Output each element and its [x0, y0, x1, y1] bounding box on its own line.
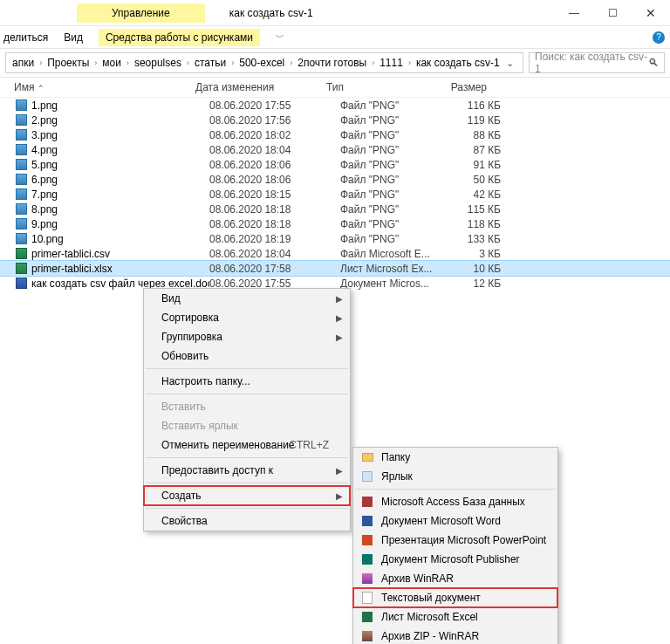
ctx-create-access[interactable]: Microsoft Access База данных — [353, 492, 557, 511]
file-icon — [14, 188, 28, 202]
file-icon — [14, 158, 28, 172]
col-date[interactable]: Дата изменения — [195, 81, 326, 93]
file-name: 2.png — [31, 114, 209, 127]
maximize-button[interactable]: ☐ — [593, 0, 632, 26]
chevron-right-icon: › — [229, 58, 236, 67]
file-size: 91 КБ — [443, 159, 501, 171]
crumb[interactable]: Проекты — [44, 57, 92, 69]
file-size: 115 КБ — [443, 203, 501, 216]
ctx-create-rar[interactable]: Архив WinRAR — [353, 569, 557, 588]
context-submenu-create: ПапкуЯрлыкMicrosoft Access База данныхДо… — [352, 447, 558, 644]
col-name[interactable]: Имя⌃ — [14, 81, 195, 93]
address-row: апки›Проекты›мои›seopulses›статьи›500-ex… — [0, 49, 670, 77]
chevron-right-icon: › — [92, 58, 99, 67]
file-row[interactable]: primer-tablici.xlsx08.06.2020 17:58Лист … — [0, 261, 670, 276]
ctx-sort[interactable]: Сортировка▶ — [144, 308, 350, 327]
ctx-create-txt[interactable]: Текстовый документ — [353, 588, 557, 607]
file-name: 5.png — [31, 159, 209, 171]
ctx-create-ppt[interactable]: Презентация Microsoft PowerPoint — [353, 531, 557, 550]
file-row[interactable]: 4.png08.06.2020 18:04Файл "PNG"87 КБ — [0, 142, 670, 157]
file-row[interactable]: 2.png08.06.2020 17:56Файл "PNG"119 КБ — [0, 113, 670, 127]
file-name: 6.png — [31, 174, 209, 186]
crumb[interactable]: как создать csv-1 — [414, 57, 502, 69]
file-size: 133 КБ — [443, 233, 501, 245]
crumb[interactable]: 2почти готовы — [295, 57, 369, 69]
ctx-create-xls[interactable]: Лист Microsoft Excel — [353, 607, 557, 627]
file-row[interactable]: 3.png08.06.2020 18:02Файл "PNG"88 КБ — [0, 127, 670, 142]
ctx-create-pub[interactable]: Документ Microsoft Publisher — [353, 550, 557, 569]
menu-separator — [146, 483, 348, 483]
help-icon[interactable]: ? — [653, 31, 665, 44]
search-input[interactable]: Поиск: как создать csv-1 🔍︎ — [529, 52, 665, 73]
crumb[interactable]: seopulses — [132, 57, 184, 69]
file-row[interactable]: 10.png08.06.2020 18:19Файл "PNG"133 КБ — [0, 231, 670, 246]
submenu-label: Архив ZIP - WinRAR — [381, 630, 479, 642]
chevron-right-icon: ▶ — [336, 294, 343, 304]
folder-icon — [360, 450, 374, 464]
file-row[interactable]: primer-tablici.csv08.06.2020 18:04Файл M… — [0, 246, 670, 261]
crumb[interactable]: 500-excel — [236, 57, 287, 69]
ctx-refresh[interactable]: Обновить — [144, 346, 350, 366]
tab-view[interactable]: Вид — [64, 31, 83, 44]
file-size: 12 КБ — [443, 277, 501, 290]
file-icon — [14, 232, 28, 246]
col-size[interactable]: Размер — [429, 81, 487, 93]
file-row[interactable]: 8.png08.06.2020 18:18Файл "PNG"115 КБ — [0, 202, 670, 216]
dropdown-icon[interactable]: ⌄ — [502, 58, 517, 69]
file-type: Файл "PNG" — [340, 129, 443, 141]
chevron-right-icon: › — [124, 58, 132, 67]
breadcrumb[interactable]: апки›Проекты›мои›seopulses›статьи›500-ex… — [5, 52, 523, 73]
file-date: 08.06.2020 17:58 — [209, 263, 340, 275]
file-row[interactable]: 7.png08.06.2020 18:15Файл "PNG"42 КБ — [0, 187, 670, 202]
file-row[interactable]: 6.png08.06.2020 18:06Файл "PNG"50 КБ — [0, 172, 670, 187]
file-name: 4.png — [31, 144, 209, 156]
txt-icon — [360, 591, 374, 605]
file-name: 8.png — [31, 203, 209, 216]
file-date: 08.06.2020 18:06 — [209, 174, 340, 186]
ctx-create[interactable]: Создать▶ — [144, 486, 350, 505]
ctx-undo-rename[interactable]: Отменить переименованиеCTRL+Z — [144, 435, 350, 455]
ctx-create-zip[interactable]: Архив ZIP - WinRAR — [353, 627, 557, 644]
file-row[interactable]: 9.png08.06.2020 18:18Файл "PNG"118 КБ — [0, 216, 670, 231]
ctx-customize-folder[interactable]: Настроить папку... — [144, 372, 350, 391]
crumb[interactable]: апки — [10, 57, 37, 69]
tab-picture-tools[interactable]: Средства работы с рисунками — [99, 29, 260, 46]
ctx-properties[interactable]: Свойства — [144, 511, 350, 531]
file-type: Файл "PNG" — [340, 188, 443, 201]
close-button[interactable]: ✕ — [632, 0, 670, 26]
file-date: 08.06.2020 18:04 — [209, 144, 340, 156]
ribbon-expand-icon[interactable]: ﹀ — [276, 31, 284, 44]
file-row[interactable]: 1.png08.06.2020 17:55Файл "PNG"116 КБ — [0, 98, 670, 113]
file-size: 42 КБ — [443, 188, 501, 201]
submenu-label: Ярлык — [381, 470, 413, 483]
menu-separator — [355, 489, 556, 490]
ctx-create-word[interactable]: Документ Microsoft Word — [353, 511, 557, 531]
ppt-icon — [360, 533, 374, 547]
minimize-button[interactable]: — — [555, 0, 593, 26]
ctx-create-folder[interactable]: Папку — [353, 448, 557, 467]
ctx-create-link[interactable]: Ярлык — [353, 467, 557, 486]
file-type: Файл "PNG" — [340, 174, 443, 186]
col-type[interactable]: Тип — [326, 81, 429, 93]
file-size: 119 КБ — [443, 114, 501, 127]
ctx-undo-shortcut: CTRL+Z — [289, 439, 329, 451]
ribbon-tab-manage[interactable]: Управление — [77, 3, 205, 23]
submenu-label: Документ Microsoft Publisher — [381, 553, 520, 565]
ctx-share-access[interactable]: Предоставить доступ к▶ — [144, 461, 350, 480]
tab-share[interactable]: делиться — [3, 31, 48, 44]
file-date: 08.06.2020 18:06 — [209, 159, 340, 171]
link-icon — [360, 469, 374, 483]
crumb[interactable]: статьи — [192, 57, 229, 69]
ctx-view[interactable]: Вид▶ — [144, 289, 350, 308]
ctx-paste: Вставить — [144, 397, 350, 416]
ctx-paste-shortcut: Вставить ярлык — [144, 416, 350, 435]
file-size: 50 КБ — [443, 174, 501, 186]
crumb[interactable]: 1111 — [377, 57, 406, 69]
refresh-icon[interactable]: ⟳ — [519, 58, 523, 69]
file-row[interactable]: 5.png08.06.2020 18:06Файл "PNG"91 КБ — [0, 157, 670, 172]
crumb[interactable]: мои — [99, 57, 124, 69]
xls-icon — [360, 610, 374, 624]
ctx-group[interactable]: Группировка▶ — [144, 327, 350, 346]
file-icon — [14, 173, 28, 187]
chevron-right-icon: ▶ — [336, 332, 343, 342]
